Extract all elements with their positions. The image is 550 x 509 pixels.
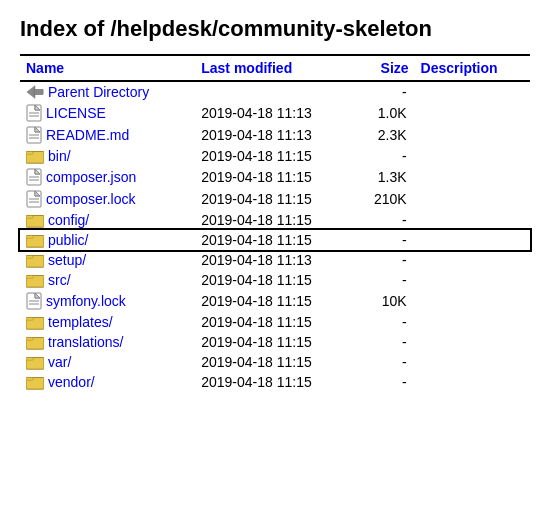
file-size: - xyxy=(354,312,415,332)
file-description xyxy=(415,332,530,352)
file-name-cell: setup/ xyxy=(20,250,195,270)
file-name-cell: src/ xyxy=(20,270,195,290)
table-row: translations/2019-04-18 11:15- xyxy=(20,332,530,352)
file-link[interactable]: public/ xyxy=(48,232,88,248)
svg-rect-37 xyxy=(26,358,33,361)
file-date: 2019-04-18 11:15 xyxy=(195,372,354,392)
file-name-cell: vendor/ xyxy=(20,372,195,392)
svg-rect-23 xyxy=(26,236,33,239)
svg-rect-21 xyxy=(26,216,33,219)
file-description xyxy=(415,210,530,230)
file-size: - xyxy=(354,332,415,352)
file-link[interactable]: config/ xyxy=(48,212,89,228)
file-size: - xyxy=(354,81,415,102)
file-size: 210K xyxy=(354,188,415,210)
svg-marker-0 xyxy=(27,86,35,99)
file-link[interactable]: vendor/ xyxy=(48,374,95,390)
file-listing-table: Name Last modified Size Description Pare… xyxy=(20,54,530,392)
file-name-cell: public/ xyxy=(20,230,195,250)
file-date: 2019-04-18 11:15 xyxy=(195,210,354,230)
file-link[interactable]: setup/ xyxy=(48,252,86,268)
file-link[interactable]: symfony.lock xyxy=(46,293,126,309)
svg-rect-33 xyxy=(26,318,33,321)
file-link[interactable]: templates/ xyxy=(48,314,113,330)
file-size: - xyxy=(354,146,415,166)
table-row: vendor/2019-04-18 11:15- xyxy=(20,372,530,392)
svg-rect-11 xyxy=(26,152,33,155)
file-date: 2019-04-18 11:15 xyxy=(195,312,354,332)
file-date: 2019-04-18 11:13 xyxy=(195,124,354,146)
file-name-cell: Parent Directory xyxy=(20,81,195,102)
file-name-cell: var/ xyxy=(20,352,195,372)
file-description xyxy=(415,270,530,290)
table-row: setup/2019-04-18 11:13- xyxy=(20,250,530,270)
file-link[interactable]: bin/ xyxy=(48,148,71,164)
table-row: README.md2019-04-18 11:132.3K xyxy=(20,124,530,146)
table-row: templates/2019-04-18 11:15- xyxy=(20,312,530,332)
file-link[interactable]: Parent Directory xyxy=(48,84,149,100)
file-link[interactable]: composer.json xyxy=(46,169,136,185)
file-link[interactable]: LICENSE xyxy=(46,105,106,121)
file-name-cell: bin/ xyxy=(20,146,195,166)
file-date: 2019-04-18 11:13 xyxy=(195,102,354,124)
file-link[interactable]: composer.lock xyxy=(46,191,135,207)
file-description xyxy=(415,166,530,188)
file-size: - xyxy=(354,230,415,250)
svg-rect-1 xyxy=(34,89,43,94)
file-name-cell: templates/ xyxy=(20,312,195,332)
file-date: 2019-04-18 11:13 xyxy=(195,250,354,270)
table-row: public/2019-04-18 11:15- xyxy=(20,230,530,250)
svg-rect-25 xyxy=(26,256,33,259)
col-header-last-modified[interactable]: Last modified xyxy=(195,55,354,81)
file-description xyxy=(415,372,530,392)
file-description xyxy=(415,230,530,250)
table-row: LICENSE2019-04-18 11:131.0K xyxy=(20,102,530,124)
file-date: 2019-04-18 11:15 xyxy=(195,352,354,372)
table-row: bin/2019-04-18 11:15- xyxy=(20,146,530,166)
svg-rect-35 xyxy=(26,338,33,341)
file-name-cell: composer.json xyxy=(20,166,195,188)
file-size: 10K xyxy=(354,290,415,312)
table-header-row: Name Last modified Size Description xyxy=(20,55,530,81)
file-date: 2019-04-18 11:15 xyxy=(195,270,354,290)
file-link[interactable]: src/ xyxy=(48,272,71,288)
file-description xyxy=(415,81,530,102)
svg-rect-27 xyxy=(26,276,33,279)
col-header-size[interactable]: Size xyxy=(354,55,415,81)
file-link[interactable]: translations/ xyxy=(48,334,123,350)
file-name-cell: LICENSE xyxy=(20,102,195,124)
file-name-cell: config/ xyxy=(20,210,195,230)
table-row: composer.json2019-04-18 11:151.3K xyxy=(20,166,530,188)
file-date: 2019-04-18 11:15 xyxy=(195,146,354,166)
file-name-cell: symfony.lock xyxy=(20,290,195,312)
file-date: 2019-04-18 11:15 xyxy=(195,166,354,188)
file-description xyxy=(415,352,530,372)
file-size: - xyxy=(354,210,415,230)
file-description xyxy=(415,290,530,312)
table-row: composer.lock2019-04-18 11:15210K xyxy=(20,188,530,210)
col-header-description[interactable]: Description xyxy=(415,55,530,81)
file-date: 2019-04-18 11:15 xyxy=(195,188,354,210)
file-size: 2.3K xyxy=(354,124,415,146)
file-size: - xyxy=(354,352,415,372)
file-name-cell: README.md xyxy=(20,124,195,146)
table-row: var/2019-04-18 11:15- xyxy=(20,352,530,372)
file-date xyxy=(195,81,354,102)
file-description xyxy=(415,312,530,332)
file-name-cell: composer.lock xyxy=(20,188,195,210)
file-name-cell: translations/ xyxy=(20,332,195,352)
file-description xyxy=(415,250,530,270)
file-date: 2019-04-18 11:15 xyxy=(195,332,354,352)
file-date: 2019-04-18 11:15 xyxy=(195,290,354,312)
file-size: - xyxy=(354,372,415,392)
table-row: config/2019-04-18 11:15- xyxy=(20,210,530,230)
table-row: src/2019-04-18 11:15- xyxy=(20,270,530,290)
col-header-name[interactable]: Name xyxy=(20,55,195,81)
table-row: symfony.lock2019-04-18 11:1510K xyxy=(20,290,530,312)
file-link[interactable]: var/ xyxy=(48,354,71,370)
file-description xyxy=(415,102,530,124)
file-size: - xyxy=(354,250,415,270)
file-link[interactable]: README.md xyxy=(46,127,129,143)
file-description xyxy=(415,146,530,166)
file-description xyxy=(415,124,530,146)
